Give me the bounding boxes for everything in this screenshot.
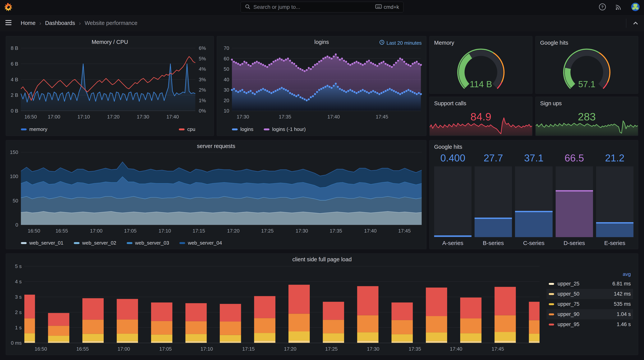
svg-text:17:35: 17:35 — [409, 346, 421, 352]
search-bar[interactable]: cmd+k — [240, 2, 404, 12]
legend-item-upper-90[interactable]: upper_90 1.04 s — [546, 309, 633, 319]
legend-item-upper-75[interactable]: upper_75 535 ms — [546, 299, 633, 309]
panel-title[interactable]: Sign ups — [540, 100, 562, 106]
svg-text:6%: 6% — [199, 45, 206, 51]
breadcrumb-home[interactable]: Home — [21, 20, 36, 26]
svg-text:40: 40 — [224, 77, 229, 82]
legend-item-logins[interactable]: logins — [232, 126, 254, 132]
svg-text:17:35: 17:35 — [279, 114, 291, 120]
svg-text:17:40: 17:40 — [327, 114, 340, 120]
svg-text:0 B: 0 B — [11, 108, 18, 114]
help-icon[interactable]: ? — [598, 3, 606, 12]
server-requests-chart[interactable]: 05010015016:5016:5517:0017:0517:1017:151… — [6, 149, 426, 234]
series-color-chip — [549, 314, 554, 315]
legend-item-web-server-02[interactable]: web_server_02 — [74, 240, 116, 246]
panel-title[interactable]: Memory — [434, 40, 454, 46]
bar-gauge-column-c: 37.1 C-series — [515, 152, 552, 246]
legend-item-logins-1-hour[interactable]: logins (-1 hour) — [264, 126, 306, 132]
panel-sign-ups: Sign ups 283 — [535, 96, 638, 136]
bar-gauge-track — [515, 166, 552, 237]
panel-server-requests: server requests 05010015016:5016:5517:00… — [6, 140, 426, 249]
logins-chart[interactable]: 1020304050607017:3017:3517:4017:45 — [217, 45, 426, 120]
news-rss-icon[interactable] — [615, 3, 622, 12]
svg-text:1%: 1% — [199, 98, 206, 103]
legend-item-memory[interactable]: memory — [21, 126, 47, 132]
legend-item-upper-50[interactable]: upper_50 142 ms — [546, 289, 633, 299]
series-color-chip — [549, 324, 554, 326]
memory-cpu-chart[interactable]: 0 B2 B4 B6 B8 B0%1%2%3%4%5%6%16:5017:001… — [6, 45, 214, 120]
panel-google-hits-gauge: Google hits 57.1 — [535, 36, 638, 94]
svg-text:17:05: 17:05 — [159, 346, 172, 352]
panel-title[interactable]: Google hits — [434, 144, 462, 150]
breadcrumb-dashboards[interactable]: Dashboards — [45, 20, 75, 26]
legend-item-web-server-03[interactable]: web_server_03 — [127, 240, 169, 246]
gauge-value: 57.1 — [536, 79, 638, 89]
chevron-up-icon[interactable] — [632, 20, 639, 28]
legend-item-web-server-04[interactable]: web_server_04 — [180, 240, 222, 246]
series-color-chip — [264, 128, 270, 130]
stat-value: 84.9 — [430, 110, 532, 123]
svg-text:17:05: 17:05 — [124, 228, 136, 234]
svg-text:17:20: 17:20 — [227, 228, 240, 234]
chart-legend: memory cpu — [21, 126, 195, 132]
page-load-chart[interactable]: 0 ms1 s2 s3 s4 s5 s16:5016:5517:0017:051… — [6, 263, 542, 353]
user-avatar[interactable] — [631, 2, 640, 12]
legend-item-cpu[interactable]: cpu — [179, 126, 195, 132]
svg-text:60: 60 — [224, 56, 229, 62]
bar-gauge-value: 0.400 — [434, 152, 472, 165]
breadcrumb: Home › Dashboards › Website performance — [21, 15, 138, 32]
keyboard-icon — [375, 4, 382, 10]
bar-gauge-label: C-series — [515, 237, 552, 246]
panel-title[interactable]: client side full page load — [6, 256, 638, 262]
svg-text:0 ms: 0 ms — [11, 340, 22, 346]
svg-text:3%: 3% — [199, 77, 206, 82]
svg-text:17:35: 17:35 — [330, 228, 342, 234]
panel-logins: logins Last 20 minutes 1020304050607017:… — [217, 36, 426, 136]
svg-text:30: 30 — [224, 87, 229, 93]
svg-text:16:55: 16:55 — [56, 228, 68, 234]
bar-gauge-fill — [515, 211, 552, 237]
chart-legend: web_server_01 web_server_02 web_server_0… — [21, 240, 222, 246]
svg-text:5 s: 5 s — [15, 264, 22, 269]
panel-title[interactable]: Google hits — [540, 40, 568, 46]
search-input[interactable] — [253, 4, 375, 10]
legend-item-web-server-01[interactable]: web_server_01 — [21, 240, 64, 246]
search-shortcut: cmd+k — [375, 4, 399, 10]
bar-gauge: 0.400 A-series 27.7 B-series 37.1 C-seri… — [434, 152, 634, 246]
panel-title[interactable]: Support calls — [434, 100, 466, 106]
svg-text:17:30: 17:30 — [296, 228, 308, 234]
menu-toggle-icon[interactable] — [5, 20, 12, 26]
bar-gauge-value: 21.2 — [596, 152, 634, 165]
panel-title[interactable]: Memory / CPU — [6, 39, 214, 45]
svg-text:17:30: 17:30 — [237, 114, 249, 120]
series-color-chip — [74, 242, 80, 244]
legend-item-upper-95[interactable]: upper_95 1.46 s — [546, 319, 633, 330]
series-color-chip — [179, 128, 184, 130]
svg-text:17:00: 17:00 — [118, 346, 130, 352]
svg-text:2%: 2% — [199, 87, 206, 93]
svg-text:17:15: 17:15 — [242, 346, 255, 352]
grafana-logo[interactable] — [4, 2, 13, 12]
svg-text:0%: 0% — [199, 108, 206, 114]
svg-text:17:30: 17:30 — [367, 346, 379, 352]
series-color-chip — [21, 242, 27, 244]
time-range-indicator[interactable]: Last 20 minutes — [379, 40, 422, 46]
svg-text:16:50: 16:50 — [24, 114, 37, 120]
legend-item-upper-25[interactable]: upper_25 6.81 ms — [546, 279, 633, 289]
bar-gauge-track — [596, 166, 634, 237]
bar-gauge-value: 27.7 — [474, 152, 512, 165]
panel-title[interactable]: server requests — [6, 143, 426, 149]
bar-gauge-column-d: 66.5 D-series — [556, 152, 593, 246]
svg-text:2 s: 2 s — [15, 310, 22, 315]
bar-gauge-label: D-series — [556, 237, 593, 246]
series-color-chip — [180, 242, 185, 244]
bar-gauge-fill — [474, 218, 512, 237]
breadcrumb-separator-icon: › — [79, 20, 81, 26]
stat-value: 283 — [536, 110, 638, 123]
bar-gauge-column-b: 27.7 B-series — [474, 152, 512, 246]
chart-legend: logins logins (-1 hour) — [232, 126, 306, 132]
breadcrumb-bar: Home › Dashboards › Website performance — [0, 15, 644, 32]
divider — [626, 18, 626, 28]
legend-avg-header[interactable]: avg — [546, 271, 633, 277]
panel-support-calls: Support calls 84.9 — [429, 96, 532, 136]
